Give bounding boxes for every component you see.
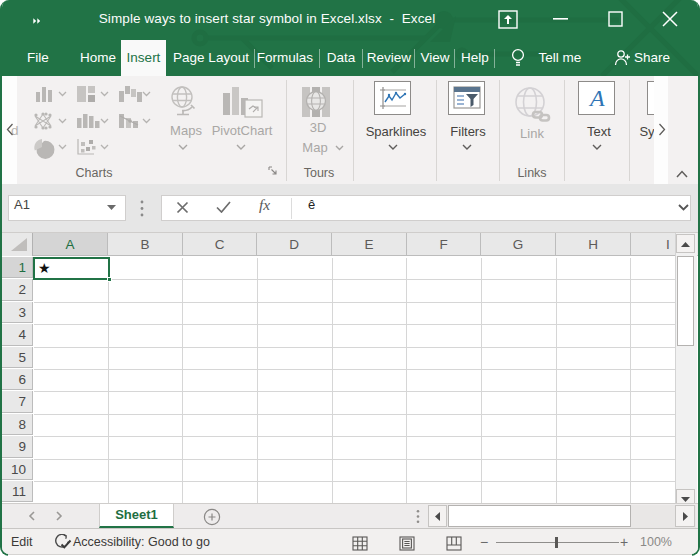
svg-text:A: A (588, 85, 605, 111)
